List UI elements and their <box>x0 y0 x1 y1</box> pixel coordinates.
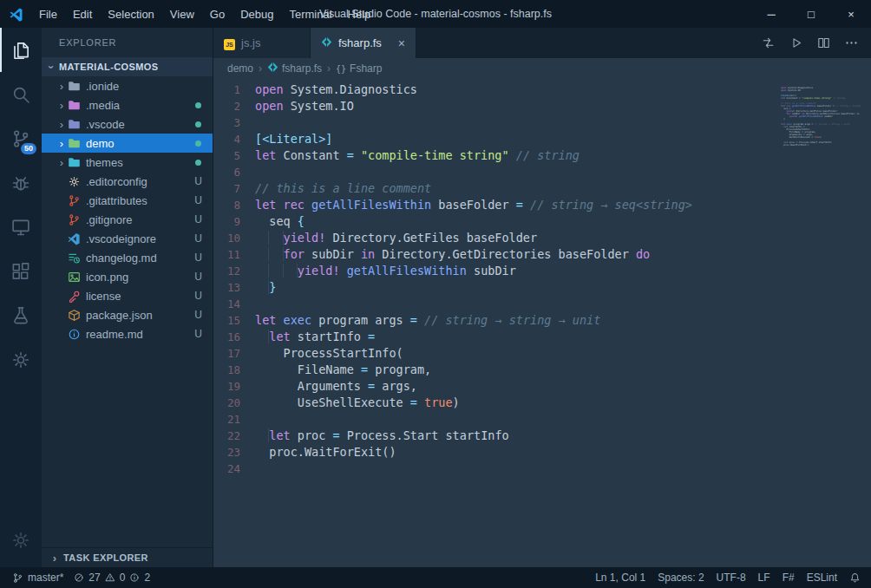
code-line: 20 UseShellExecute = true) <box>213 395 871 411</box>
close-button[interactable]: × <box>831 0 871 28</box>
tree-item-ionide[interactable]: ›.ionide <box>42 76 213 95</box>
git-branch[interactable]: master* <box>12 572 63 584</box>
item-label: .vscodeignore <box>86 232 194 245</box>
remote-explorer-icon[interactable] <box>0 205 42 249</box>
branch-icon <box>12 572 23 584</box>
menu-debug[interactable]: Debug <box>232 0 281 28</box>
tree-item-vscodeignore[interactable]: .vscodeignoreU <box>42 229 213 248</box>
search-icon[interactable] <box>0 72 42 116</box>
code-line: 22 let proc = Process.Start startInfo <box>213 428 871 444</box>
tree-item-demo[interactable]: ›demo <box>42 134 213 153</box>
scm-badge-count: 50 <box>21 143 36 154</box>
menu-view[interactable]: View <box>162 0 202 28</box>
more-actions-icon[interactable] <box>844 36 859 50</box>
line-number: 1 <box>213 82 255 98</box>
chevron-down-icon: › <box>46 61 57 73</box>
item-label: .editorconfig <box>86 175 194 188</box>
line-content: // this is a line comment <box>255 180 871 197</box>
line-content: seq { <box>255 213 871 230</box>
split-editor-icon[interactable] <box>816 36 831 50</box>
vscode-icon <box>68 232 86 245</box>
tree-item-icon-png[interactable]: icon.pngU <box>42 267 213 286</box>
run-code-icon[interactable] <box>789 36 803 50</box>
menu-go[interactable]: Go <box>202 0 232 28</box>
tree-item-vscode[interactable]: ›.vscode <box>42 114 213 134</box>
code-line: 7// this is a line comment <box>213 180 871 197</box>
test-explorer-icon[interactable] <box>0 293 42 337</box>
encoding[interactable]: UTF-8 <box>717 572 746 584</box>
git-status-badge: U <box>194 232 202 245</box>
line-number: 20 <box>213 395 255 411</box>
line-number: 11 <box>213 246 255 263</box>
title-bar: FileEditSelectionViewGoDebugTerminalHelp… <box>0 0 871 28</box>
notifications[interactable] <box>849 572 861 584</box>
breadcrumb-demo[interactable]: demo <box>227 62 253 75</box>
info-icon <box>129 572 140 583</box>
item-label: package.json <box>86 309 194 322</box>
tree-item-gitignore[interactable]: .gitignoreU <box>42 210 213 229</box>
line-content: [<Literal>] <box>255 131 871 147</box>
eslint[interactable]: ESLint <box>807 572 837 584</box>
npm-icon <box>68 309 86 322</box>
cursor-position[interactable]: Ln 1, Col 1 <box>595 572 645 584</box>
maximize-button[interactable]: □ <box>791 0 831 28</box>
language-mode[interactable]: F# <box>783 572 795 584</box>
line-number: 15 <box>213 312 255 329</box>
open-changes-icon[interactable] <box>761 36 776 50</box>
tree-item-readme-md[interactable]: readme.mdU <box>42 324 213 343</box>
source-control-icon[interactable]: 50 <box>0 116 42 160</box>
debug-icon[interactable] <box>0 160 42 205</box>
problems[interactable]: 2702 <box>74 572 150 584</box>
extensions-icon[interactable] <box>0 249 42 293</box>
explorer-icon[interactable] <box>0 28 42 72</box>
tree-item-package-json[interactable]: package.jsonU <box>42 305 213 324</box>
menu-file[interactable]: File <box>31 0 65 28</box>
problem-count: 2 <box>144 572 150 584</box>
manage-icon[interactable] <box>0 518 42 562</box>
task-explorer-section[interactable]: › TASK EXPLORER <box>42 547 213 567</box>
editor-actions <box>761 28 871 58</box>
tree-item-editorconfig[interactable]: .editorconfigU <box>42 172 213 191</box>
tree-item-media[interactable]: ›.media <box>42 95 213 114</box>
tab-js-js[interactable]: JSjs.js <box>213 28 311 58</box>
code-line: 5let Constant = "compile-time string" //… <box>213 147 871 164</box>
menu-terminal[interactable]: Terminal <box>281 0 339 28</box>
indentation[interactable]: Spaces: 2 <box>658 572 704 584</box>
menu-selection[interactable]: Selection <box>100 0 161 28</box>
chevron-right-icon: › <box>49 552 61 564</box>
tab-bar-tabs: JSjs.jsfsharp.fs× <box>213 28 416 58</box>
chevron-right-icon: › <box>56 138 68 149</box>
code-line: 11 for subDir in Directory.GetDirectorie… <box>213 246 871 263</box>
minimap[interactable]: open System.Diagnosticsopen System.IO[<L… <box>781 82 861 154</box>
code-line: 8let rec getAllFilesWithin baseFolder = … <box>213 197 871 213</box>
workbench: 50 EXPLORER › MATERIAL-COSMOS ›.ionide›.… <box>0 28 871 567</box>
git-status-badge: U <box>194 252 202 264</box>
item-label: .ionide <box>86 80 213 93</box>
minimize-button[interactable]: ─ <box>751 0 791 28</box>
tab-label: fsharp.fs <box>338 36 382 49</box>
vscode-window: FileEditSelectionViewGoDebugTerminalHelp… <box>0 0 871 588</box>
code-line: 4[<Literal>] <box>213 131 871 147</box>
tree-item-changelog-md[interactable]: changelog.mdU <box>42 248 213 267</box>
breadcrumb-fsharp[interactable]: {}Fsharp <box>336 62 382 75</box>
breadcrumb-label: fsharp.fs <box>282 62 322 75</box>
breadcrumb-fsharp-fs[interactable]: fsharp.fs <box>267 62 322 75</box>
tab-fsharp-fs[interactable]: fsharp.fs× <box>311 28 416 58</box>
git-icon <box>68 194 86 207</box>
settings-icon[interactable] <box>0 337 42 382</box>
menu-edit[interactable]: Edit <box>65 0 100 28</box>
status-label: F# <box>783 572 795 584</box>
key-icon <box>68 290 86 303</box>
menu-help[interactable]: Help <box>340 0 379 28</box>
git-status-badge: U <box>194 271 202 283</box>
close-icon[interactable]: × <box>398 36 405 50</box>
eol[interactable]: LF <box>758 572 770 584</box>
tree-item-license[interactable]: licenseU <box>42 286 213 305</box>
root-folder[interactable]: › MATERIAL-COSMOS <box>42 57 213 76</box>
chevron-right-icon: › <box>56 81 68 92</box>
code-editor[interactable]: 1open System.Diagnostics2open System.IO3… <box>213 79 871 567</box>
tree-item-gitattributes[interactable]: .gitattributesU <box>42 191 213 210</box>
minimap-content: open System.Diagnosticsopen System.IO[<L… <box>781 87 861 149</box>
tree-item-themes[interactable]: ›themes <box>42 153 213 172</box>
item-label: .vscode <box>86 118 195 131</box>
